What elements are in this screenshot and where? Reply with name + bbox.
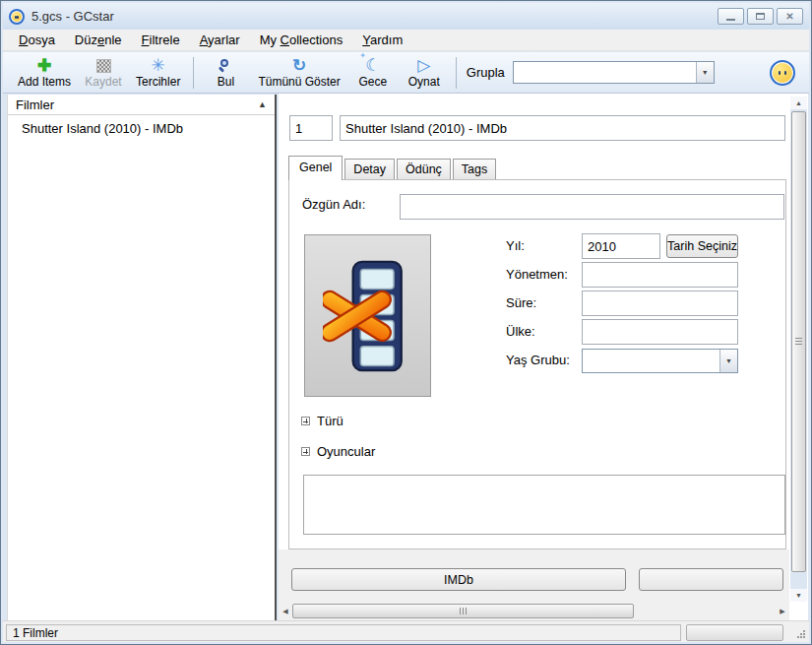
genre-expander[interactable]: Türü: [301, 414, 344, 428]
actors-expander-label: Oyuncular: [317, 444, 375, 459]
status-progress-area: [686, 624, 783, 641]
group-by-value: [514, 62, 696, 83]
country-field[interactable]: [582, 319, 738, 345]
horizontal-scrollbar[interactable]: ◀ ▶: [279, 603, 789, 620]
close-button[interactable]: ✕: [777, 8, 803, 25]
secondary-fetch-button[interactable]: [639, 568, 783, 591]
director-field[interactable]: [582, 262, 738, 288]
find-button[interactable]: Bul: [200, 54, 251, 92]
chevron-down-icon[interactable]: ▼: [696, 62, 714, 83]
year-label: Yıl:: [506, 238, 525, 253]
country-label: Ülke:: [506, 324, 535, 339]
duration-label: Süre:: [506, 295, 536, 310]
expand-plus-icon: [301, 447, 310, 456]
scroll-left-icon[interactable]: ◀: [279, 603, 292, 620]
age-rating-label: Yaş Grubu:: [506, 353, 570, 367]
menu-dosya[interactable]: Dosya: [9, 31, 65, 49]
minimize-icon: [726, 19, 735, 21]
toolbar-separator: [193, 57, 194, 89]
maximize-icon: [756, 13, 765, 20]
age-rating-value: [583, 350, 719, 372]
genre-expander-label: Türü: [317, 414, 344, 428]
vertical-scrollbar[interactable]: ▲ ▼: [790, 97, 807, 602]
detail-tabs: Genel Detay Ödünç Tags: [288, 155, 498, 179]
group-by-label: Grupla: [467, 65, 505, 80]
original-title-field[interactable]: [400, 194, 784, 220]
status-text: 1 Filmler: [6, 624, 681, 641]
no-image-filmstrip-icon: [323, 255, 413, 377]
age-rating-combobox[interactable]: ▼: [582, 349, 738, 373]
window-title: 5.gcs - GCstar: [31, 9, 114, 24]
footer-band: IMDb: [279, 549, 789, 603]
scroll-right-icon[interactable]: ▶: [776, 603, 789, 620]
list-item[interactable]: Shutter Island (2010) - IMDb: [8, 115, 275, 136]
actors-expander[interactable]: Oyuncular: [301, 444, 375, 459]
director-label: Yönetmen:: [506, 267, 568, 282]
item-title-field[interactable]: [340, 115, 785, 141]
close-icon: ✕: [785, 12, 793, 22]
menu-my-collections[interactable]: My Collections: [250, 31, 353, 49]
resize-grip-icon[interactable]: [795, 628, 807, 640]
horizontal-scrollbar-thumb[interactable]: [292, 604, 634, 618]
poster-placeholder[interactable]: [304, 234, 431, 397]
menu-yardim[interactable]: Yardım: [352, 31, 412, 49]
search-magnifier-icon: [218, 56, 233, 75]
play-triangle-icon: ▷: [417, 56, 430, 75]
scroll-up-icon[interactable]: ▲: [790, 97, 807, 109]
preferences-button[interactable]: ✳ Tercihler: [129, 54, 187, 92]
toolbar-separator: [456, 57, 457, 89]
menubar: Dosya Düzenle Filtrele Ayarlar My Collec…: [3, 30, 809, 51]
app-window: 5.gcs - GCstar ✕ Dosya Düzenle Filtrele …: [0, 0, 812, 645]
app-logo-icon: [9, 9, 25, 25]
year-field[interactable]: [582, 233, 660, 259]
date-picker-button[interactable]: Tarih Seçiniz: [666, 234, 738, 258]
preferences-gear-icon: ✳: [152, 56, 165, 75]
save-icon: [96, 56, 111, 75]
minimize-button[interactable]: [718, 8, 744, 25]
expand-plus-icon: [301, 417, 310, 425]
tab-detay[interactable]: Detay: [344, 159, 395, 179]
collection-list-panel: Filmler ▲ Shutter Island (2010) - IMDb: [7, 95, 275, 621]
show-all-button[interactable]: ↻ Tümünü Göster: [251, 54, 346, 92]
toolbar: ✚ Add Items Kaydet ✳ Tercihler Bul ↻ Tüm…: [3, 52, 809, 94]
add-plus-icon: ✚: [37, 56, 51, 75]
original-title-label: Özgün Adı:: [302, 197, 365, 212]
titlebar: 5.gcs - GCstar ✕: [3, 3, 809, 30]
gcstar-logo-icon: [770, 60, 795, 86]
duration-field[interactable]: [582, 290, 738, 316]
menu-duzenle[interactable]: Düzenle: [65, 31, 132, 49]
group-by-combobox[interactable]: ▼: [513, 61, 715, 84]
tab-tags[interactable]: Tags: [453, 159, 496, 179]
night-moon-icon: ☾✦: [365, 56, 380, 75]
save-button: Kaydet: [78, 54, 129, 92]
vertical-scrollbar-thumb[interactable]: [791, 111, 806, 572]
item-index-field[interactable]: [289, 115, 333, 141]
sort-ascending-icon: ▲: [258, 99, 267, 109]
night-mode-button[interactable]: ☾✦ Gece: [347, 54, 399, 92]
list-header[interactable]: Filmler ▲: [8, 95, 275, 115]
scroll-down-icon[interactable]: ▼: [790, 589, 807, 602]
menu-ayarlar[interactable]: Ayarlar: [190, 31, 250, 49]
menu-filtrele[interactable]: Filtrele: [132, 31, 190, 49]
detail-panel: Genel Detay Ödünç Tags Özgün Adı:: [279, 94, 808, 621]
list-header-label: Filmler: [16, 97, 54, 112]
refresh-arrows-icon: ↻: [292, 56, 306, 75]
panel-splitter[interactable]: [275, 95, 277, 621]
comment-textarea[interactable]: [303, 475, 785, 535]
maximize-button[interactable]: [747, 8, 774, 25]
tab-genel[interactable]: Genel: [288, 156, 343, 180]
add-items-button[interactable]: ✚ Add Items: [11, 54, 78, 92]
imdb-fetch-button[interactable]: IMDb: [291, 568, 626, 591]
play-button[interactable]: ▷ Oynat: [399, 54, 450, 92]
statusbar: 1 Filmler: [3, 620, 809, 642]
tab-odunc[interactable]: Ödünç: [397, 159, 451, 179]
chevron-down-icon[interactable]: ▼: [719, 350, 737, 372]
